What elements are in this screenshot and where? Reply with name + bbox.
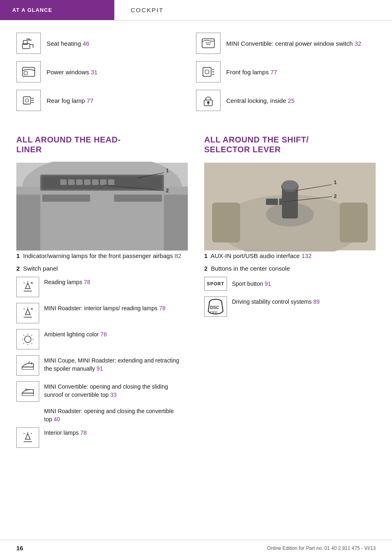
rear-fog-icon [21, 93, 36, 108]
sub-row-roadster-lamps: MINI Roadster: interior lamps/ reading l… [16, 303, 188, 323]
svg-line-58 [24, 335, 24, 336]
svg-rect-38 [16, 195, 40, 251]
svg-text:OFF: OFF [210, 310, 218, 314]
svg-rect-33 [108, 180, 115, 185]
svg-rect-40 [42, 195, 90, 202]
sport-label: SPORT [207, 281, 225, 286]
headliner-item-1: 1 Indicator/warning lamps for the front … [16, 251, 188, 260]
icon-row-central-locking: Central locking, inside25 [196, 90, 376, 111]
header-title: COCKPIT [114, 0, 164, 20]
page-header: AT A GLANCE COCKPIT [0, 0, 392, 20]
shift-item-1: 1 AUX-IN port/USB audio interface132 [204, 251, 376, 260]
central-power-icon [200, 36, 216, 51]
central-locking-icon [200, 93, 216, 108]
headliner-item-2: 2 Switch panel [16, 264, 188, 273]
dsc-icon-box: DSC OFF [204, 296, 227, 317]
roadster-lamps-icon-box [16, 303, 39, 323]
sport-button-label: Sport button91 [232, 277, 271, 288]
interior-lamps-icon [20, 430, 35, 445]
shift-item-2: 2 Buttons in the center console [204, 264, 376, 273]
reading-lamps-icon [20, 280, 35, 294]
sunroof-label: MINI Convertible: opening and closing th… [44, 381, 188, 399]
interior-lamps-label: Interior lamps78 [44, 427, 87, 437]
ambient-icon [20, 332, 35, 347]
top-left-column: Seat heating46 Power windows31 [16, 33, 196, 118]
icon-row-power-windows: Power windows31 [16, 61, 196, 82]
svg-rect-65 [22, 393, 33, 396]
svg-rect-83 [212, 202, 240, 242]
svg-rect-27 [60, 180, 67, 185]
power-windows-icon [21, 64, 36, 80]
sub-row-ambient: Ambient lighting color78 [16, 329, 188, 349]
sections-grid: ALL AROUND THE HEAD- LINER [16, 135, 376, 454]
sub-row-dsc: DSC OFF Driving stability control system… [204, 296, 376, 317]
svg-line-45 [24, 282, 24, 283]
svg-point-76 [282, 180, 298, 190]
roadster-lamps-icon [20, 306, 35, 320]
sunroof-icon [20, 384, 35, 399]
svg-line-51 [24, 309, 24, 309]
seat-heating-label: Seat heating46 [47, 40, 89, 47]
ambient-icon-box [16, 329, 39, 349]
svg-rect-29 [76, 180, 83, 185]
sub-row-sunroof: MINI Convertible: opening and closing th… [16, 381, 188, 402]
header-tab-label: AT A GLANCE [12, 7, 52, 13]
icon-row-seat-heating: Seat heating46 [16, 33, 196, 54]
reading-lamps-icon-box [16, 277, 39, 297]
icon-row-central-power: MINI Convertible: central power window s… [196, 33, 376, 54]
headliner-items-list: 1 Indicator/warning lamps for the front … [16, 251, 188, 273]
spoiler-label: MINI Coupe, MINI Roadster: extending and… [44, 355, 188, 373]
front-fog-icon-box [196, 61, 220, 82]
svg-point-14 [205, 70, 209, 74]
left-section-heading: ALL AROUND THE HEAD- LINER [16, 135, 188, 154]
icon-row-rear-fog: Rear fog lamp77 [16, 90, 196, 111]
svg-point-53 [24, 336, 31, 342]
headliner-image: 1 2 [16, 162, 188, 251]
svg-rect-3 [24, 71, 27, 75]
rear-fog-label: Rear fog lamp77 [47, 97, 94, 104]
svg-text:1: 1 [166, 168, 169, 173]
svg-rect-13 [203, 67, 211, 76]
svg-line-61 [31, 343, 32, 344]
central-locking-label: Central locking, inside25 [226, 97, 294, 104]
top-right-column: MINI Convertible: central power window s… [196, 33, 376, 118]
svg-line-59 [31, 335, 32, 336]
main-content: Seat heating46 Power windows31 [0, 20, 392, 478]
shift-items-list: 1 AUX-IN port/USB audio interface132 2 B… [204, 251, 376, 273]
spoiler-icon [20, 358, 35, 373]
icon-row-front-fog: Front fog lamps77 [196, 61, 376, 82]
front-fog-label: Front fog lamps77 [226, 69, 277, 76]
footer-page-number: 16 [16, 545, 23, 552]
svg-rect-39 [164, 195, 188, 251]
svg-rect-77 [266, 198, 278, 205]
right-section: ALL AROUND THE SHIFT/ SELECTOR LEVER [204, 135, 376, 454]
svg-rect-84 [340, 202, 368, 242]
svg-line-70 [24, 433, 24, 434]
top-icons-grid: Seat heating46 Power windows31 [16, 33, 376, 118]
dsc-off-icon: DSC OFF [205, 296, 227, 318]
left-section: ALL AROUND THE HEAD- LINER [16, 135, 188, 454]
shift-scene: 1 2 [204, 162, 376, 251]
sub-row-spoiler: MINI Coupe, MINI Roadster: extending and… [16, 355, 188, 376]
svg-rect-10 [202, 39, 214, 48]
svg-text:DSC: DSC [210, 305, 220, 310]
seat-heating-icon [21, 36, 36, 51]
svg-rect-24 [16, 187, 188, 250]
sub-row-interior-lamps: Interior lamps78 [16, 427, 188, 448]
svg-line-60 [24, 343, 24, 344]
spoiler-icon-box [16, 355, 39, 376]
power-windows-icon-box [16, 61, 41, 82]
shift-image: 1 2 [204, 162, 376, 251]
central-locking-icon-box [196, 90, 220, 111]
svg-point-5 [25, 99, 29, 102]
seat-heating-icon-box [16, 33, 41, 54]
roadster-convertible-text: MINI Roadster: opening and closing the c… [44, 407, 188, 423]
header-tab: AT A GLANCE [0, 0, 114, 20]
svg-text:2: 2 [166, 188, 169, 193]
sub-row-sport-button: SPORT Sport button91 [204, 277, 376, 291]
svg-point-20 [207, 101, 209, 104]
rear-fog-icon-box [16, 90, 41, 111]
header-title-text: COCKPIT [131, 7, 164, 13]
svg-rect-30 [84, 180, 91, 185]
svg-line-69 [31, 433, 32, 434]
